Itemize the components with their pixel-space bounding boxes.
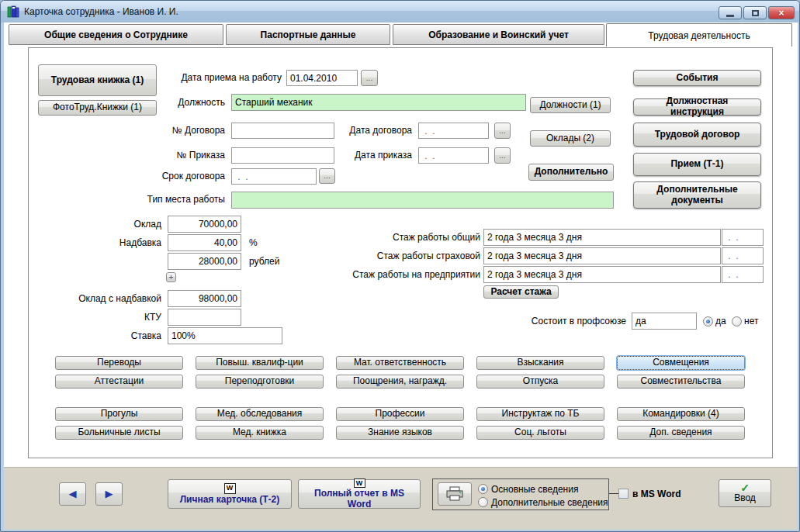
social-benefits-button[interactable]: Соц. льготы — [476, 426, 604, 440]
experience-company-date-input[interactable] — [722, 266, 764, 283]
safety-training-button[interactable]: Инструктаж по ТБ — [476, 407, 604, 421]
union-yes-radio[interactable] — [703, 316, 713, 326]
word-doc-icon: W — [224, 483, 236, 494]
employment-contract-button[interactable]: Трудовой договор — [633, 123, 761, 147]
additional-documents-button[interactable]: Дополнительные документы — [633, 181, 761, 209]
tab-passport[interactable]: Паспортные данные — [226, 24, 390, 45]
material-responsibility-button[interactable]: Мат. ответственность — [336, 356, 464, 370]
additional-info-button[interactable]: Доп. сведения — [617, 426, 745, 440]
union-no-label: нет — [744, 316, 767, 326]
bonus-percent-input[interactable] — [168, 234, 241, 251]
arrow-left-icon: ◀ — [69, 489, 77, 500]
experience-total-date-input[interactable] — [722, 229, 764, 246]
percent-unit-label: % — [249, 235, 272, 251]
tab-education[interactable]: Образование и Воинский учет — [393, 24, 604, 45]
business-trips-button[interactable]: Командировки (4) — [617, 407, 745, 421]
connector-line — [609, 493, 618, 494]
positions-list-button[interactable]: Должности (1) — [530, 97, 611, 113]
workplace-type-input[interactable] — [231, 192, 614, 209]
contract-date-label: Дата договора — [257, 123, 412, 139]
print-button[interactable] — [438, 482, 472, 506]
retraining-button[interactable]: Переподготовки — [196, 375, 324, 389]
contract-date-browse-button[interactable]: ... — [494, 123, 511, 139]
rub-unit-label: рублей — [249, 254, 296, 270]
print-main-radio[interactable] — [478, 484, 488, 494]
union-input[interactable] — [632, 313, 697, 330]
professions-button[interactable]: Профессии — [336, 407, 464, 421]
close-button[interactable]: × — [768, 6, 795, 19]
minimize-button[interactable] — [719, 6, 742, 19]
tab-page: Общие сведения о Сотруднике Паспортные д… — [4, 22, 798, 530]
print-additional-label: Дополнительные сведения — [491, 498, 608, 508]
vacations-button[interactable]: Отпуска — [476, 375, 604, 389]
medical-book-button[interactable]: Мед. книжка — [196, 426, 324, 440]
print-additional-radio[interactable] — [478, 497, 488, 507]
enter-button[interactable]: ✓ Ввод — [719, 479, 771, 507]
bonus-plus-button[interactable]: + — [166, 272, 176, 282]
languages-button[interactable]: Знание языков — [336, 426, 464, 440]
ktu-label: КТУ — [6, 309, 161, 326]
sick-leaves-button[interactable]: Больничные листы — [55, 426, 183, 440]
hire-date-browse-button[interactable]: ... — [361, 70, 378, 86]
qualification-upgrade-button[interactable]: Повыш. квалиф-ции — [196, 356, 324, 370]
print-main-label: Основные сведения — [491, 485, 578, 495]
ktu-input[interactable] — [168, 309, 241, 326]
additional-button[interactable]: Дополнительно — [528, 164, 614, 181]
combinations-button[interactable]: Совмещения — [617, 356, 745, 370]
printer-icon — [445, 486, 464, 502]
maximize-button[interactable] — [743, 6, 767, 19]
absences-button[interactable]: Прогулы — [55, 407, 183, 421]
hire-date-label: Дата приема на работу — [126, 70, 282, 86]
union-label: Состоит в профсоюзе — [471, 313, 626, 330]
experience-insured-input[interactable] — [483, 247, 721, 264]
in-ms-word-label: в MS Word — [632, 489, 681, 499]
union-no-radio[interactable] — [732, 316, 742, 326]
titlebar[interactable]: Карточка сотрудника - Иванов И. И. × — [1, 1, 799, 22]
position-label: Должность — [70, 95, 225, 111]
medical-exams-button[interactable]: Мед. обследования — [196, 407, 324, 421]
contract-term-input[interactable] — [231, 168, 317, 185]
contract-term-browse-button[interactable]: ... — [319, 168, 335, 184]
salaries-list-button[interactable]: Оклады (2) — [530, 130, 611, 147]
order-date-browse-button[interactable]: ... — [494, 147, 511, 164]
in-ms-word-checkbox[interactable] — [618, 489, 629, 499]
experience-company-input[interactable] — [483, 266, 721, 283]
full-report-word-button[interactable]: W Полный отчет в MS Word — [298, 479, 421, 509]
job-description-button[interactable]: Должностная инструкция — [633, 98, 761, 116]
workplace-type-label: Тип места работы — [70, 192, 225, 208]
hiring-t1-button[interactable]: Прием (Т-1) — [633, 153, 761, 176]
minimize-icon — [726, 15, 734, 17]
position-input[interactable] — [231, 94, 526, 111]
rewards-button[interactable]: Поощрения, награжд. — [336, 375, 464, 389]
prev-record-button[interactable]: ◀ — [59, 482, 86, 506]
contract-term-label: Срок договора — [70, 168, 225, 185]
rate-input[interactable] — [168, 327, 282, 344]
next-record-button[interactable]: ▶ — [95, 482, 123, 506]
contract-date-input[interactable] — [418, 123, 489, 139]
transfers-button[interactable]: Переводы — [55, 356, 183, 370]
penalties-button[interactable]: Взыскания — [476, 356, 604, 370]
personal-card-t2-button[interactable]: W Личная карточка (Т-2) — [168, 479, 292, 509]
tab-employment[interactable]: Трудовая деятельность — [606, 23, 792, 47]
second-jobs-button[interactable]: Совместительства — [617, 375, 745, 389]
arrow-right-icon: ▶ — [106, 489, 113, 500]
maximize-icon — [752, 10, 759, 16]
total-salary-input[interactable] — [168, 290, 241, 307]
base-salary-input[interactable] — [168, 216, 241, 233]
order-no-label: № Приказа — [70, 147, 225, 164]
bonus-label: Надбавка — [6, 235, 161, 251]
hire-date-input[interactable] — [286, 70, 358, 86]
base-salary-label: Оклад — [6, 216, 161, 233]
experience-total-label: Стаж работы общий — [325, 230, 480, 246]
attestations-button[interactable]: Аттестации — [55, 375, 183, 389]
contract-no-label: № Договора — [70, 123, 225, 139]
experience-insured-date-input[interactable] — [722, 247, 764, 264]
order-date-input[interactable] — [418, 147, 489, 164]
bonus-rub-input[interactable] — [168, 253, 241, 270]
tab-general[interactable]: Общие сведения о Сотруднике — [9, 24, 223, 45]
events-button[interactable]: События — [633, 70, 761, 86]
experience-company-label: Стаж работы на предприятии — [325, 267, 480, 283]
calc-experience-button[interactable]: Расчет стажа — [483, 285, 559, 299]
experience-total-input[interactable] — [483, 229, 721, 246]
word-doc-icon: W — [354, 478, 365, 488]
